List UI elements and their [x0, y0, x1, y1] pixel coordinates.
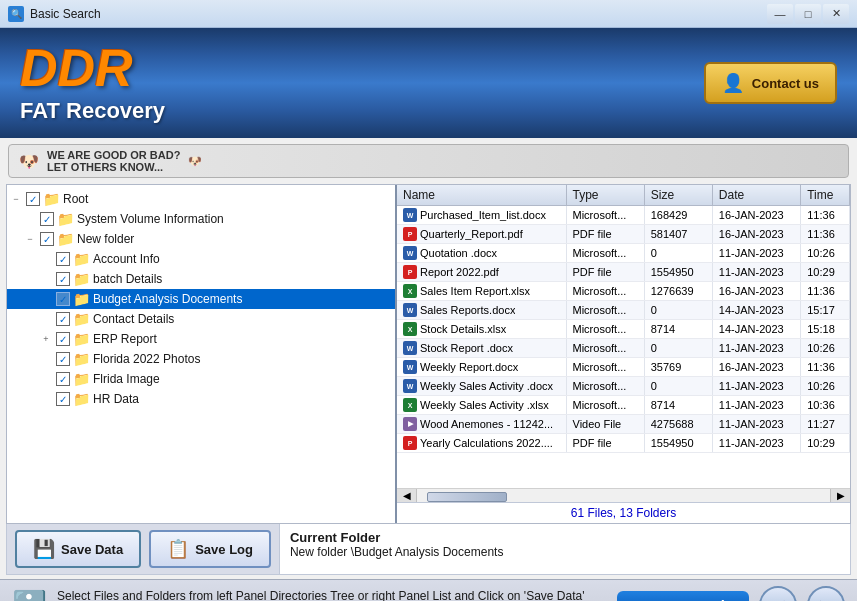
expand-florida2022[interactable] [39, 352, 53, 366]
checkbox-contactdetails[interactable] [56, 312, 70, 326]
tree-item-batchdetails[interactable]: 📁 batch Details [7, 269, 395, 289]
file-name: Stock Details.xlsx [420, 323, 506, 335]
table-row[interactable]: W Quotation .docx Microsoft...011-JAN-20… [397, 244, 850, 263]
expand-floridaimage[interactable] [39, 372, 53, 386]
tree-panel[interactable]: − 📁 Root 📁 System Volume Information − 📁… [7, 185, 397, 523]
tree-item-hrdata[interactable]: 📁 HR Data [7, 389, 395, 409]
tree-item-accountinfo[interactable]: 📁 Account Info [7, 249, 395, 269]
file-size: 8714 [644, 320, 712, 339]
expand-sysvolinfo[interactable] [23, 212, 37, 226]
file-size: 0 [644, 301, 712, 320]
col-type[interactable]: Type [566, 185, 644, 206]
tree-item-erpreport[interactable]: + 📁 ERP Report [7, 329, 395, 349]
col-name[interactable]: Name [397, 185, 566, 206]
current-folder-panel: Current Folder New folder \Budget Analys… [280, 524, 850, 574]
col-size[interactable]: Size [644, 185, 712, 206]
files-count-bar: 61 Files, 13 Folders [397, 502, 850, 523]
contact-button[interactable]: 👤 Contact us [704, 62, 837, 104]
tree-item-floridaimage[interactable]: 📁 Flrida Image [7, 369, 395, 389]
file-name: Quotation .docx [420, 247, 497, 259]
table-row[interactable]: W Purchased_Item_list.docx Microsoft...1… [397, 206, 850, 225]
save-data-button[interactable]: 💾 Save Data [15, 530, 141, 568]
checkbox-florida2022[interactable] [56, 352, 70, 366]
tree-item-root[interactable]: − 📁 Root [7, 189, 395, 209]
label-sysvolinfo: System Volume Information [77, 212, 224, 226]
table-row[interactable]: P Report 2022.pdf PDF file155495011-JAN-… [397, 263, 850, 282]
review-banner[interactable]: 🐶 WE ARE GOOD OR BAD? LET OTHERS KNOW...… [8, 144, 849, 178]
hscroll-thumb[interactable] [427, 492, 507, 502]
toolbar-buttons: 💾 Save Data 📋 Save Log [7, 524, 280, 574]
checkbox-budgetanalysis[interactable] [56, 292, 70, 306]
file-type-icon: W [403, 303, 417, 317]
expand-newfolder[interactable]: − [23, 232, 37, 246]
table-row[interactable]: W Stock Report .docx Microsoft...011-JAN… [397, 339, 850, 358]
tree-item-contactdetails[interactable]: 📁 Contact Details [7, 309, 395, 329]
checkbox-accountinfo[interactable] [56, 252, 70, 266]
file-size: 1276639 [644, 282, 712, 301]
checkbox-floridaimage[interactable] [56, 372, 70, 386]
file-type-icon: W [403, 360, 417, 374]
expand-hrdata[interactable] [39, 392, 53, 406]
table-row[interactable]: X Sales Item Report.xlsx Microsoft...127… [397, 282, 850, 301]
table-row[interactable]: P Yearly Calculations 2022.... PDF file1… [397, 434, 850, 453]
label-contactdetails: Contact Details [93, 312, 174, 326]
hscroll-bar[interactable]: ◀ ▶ [397, 488, 850, 502]
checkbox-newfolder[interactable] [40, 232, 54, 246]
contact-label: Contact us [752, 76, 819, 91]
recover-badge: Recover.co.in [617, 591, 749, 602]
expand-root[interactable]: − [9, 192, 23, 206]
close-button[interactable]: ✕ [823, 4, 849, 24]
hscroll-right-btn[interactable]: ▶ [830, 489, 850, 503]
file-type: Microsoft... [566, 320, 644, 339]
label-erpreport: ERP Report [93, 332, 157, 346]
col-date[interactable]: Date [712, 185, 800, 206]
title-bar-controls: — □ ✕ [767, 4, 849, 24]
tree-item-florida2022[interactable]: 📁 Florida 2022 Photos [7, 349, 395, 369]
folder-icon-florida2022: 📁 [73, 351, 90, 367]
checkbox-root[interactable] [26, 192, 40, 206]
file-type: Microsoft... [566, 358, 644, 377]
expand-batchdetails[interactable] [39, 272, 53, 286]
file-type-icon: W [403, 379, 417, 393]
checkbox-sysvolinfo[interactable] [40, 212, 54, 226]
minimize-button[interactable]: — [767, 4, 793, 24]
hscroll-left-btn[interactable]: ◀ [397, 489, 417, 503]
checkbox-hrdata[interactable] [56, 392, 70, 406]
folder-icon-contactdetails: 📁 [73, 311, 90, 327]
file-time: 10:36 [801, 396, 850, 415]
maximize-button[interactable]: □ [795, 4, 821, 24]
tree-item-newfolder[interactable]: − 📁 New folder [7, 229, 395, 249]
tree-item-budgetanalysis[interactable]: 📁 Budget Analysis Docements [7, 289, 395, 309]
nav-forward-button[interactable]: ▶ [807, 586, 845, 601]
table-row[interactable]: P Quarterly_Report.pdf PDF file58140716-… [397, 225, 850, 244]
file-size: 1554950 [644, 434, 712, 453]
table-row[interactable]: X Weekly Sales Activity .xlsx Microsoft.… [397, 396, 850, 415]
table-row[interactable]: W Sales Reports.docx Microsoft...014-JAN… [397, 301, 850, 320]
file-name: Sales Item Report.xlsx [420, 285, 530, 297]
file-name-cell: W Stock Report .docx [397, 339, 566, 358]
table-row[interactable]: X Stock Details.xlsx Microsoft...871414-… [397, 320, 850, 339]
table-row[interactable]: ▶ Wood Anemones - 11242... Video File427… [397, 415, 850, 434]
file-name-cell: X Sales Item Report.xlsx [397, 282, 566, 301]
nav-back-button[interactable]: ◀ [759, 586, 797, 601]
col-time[interactable]: Time [801, 185, 850, 206]
expand-contactdetails[interactable] [39, 312, 53, 326]
table-row[interactable]: W Weekly Report.docx Microsoft...3576916… [397, 358, 850, 377]
expand-accountinfo[interactable] [39, 252, 53, 266]
table-row[interactable]: W Weekly Sales Activity .docx Microsoft.… [397, 377, 850, 396]
checkbox-erpreport[interactable] [56, 332, 70, 346]
file-time: 15:18 [801, 320, 850, 339]
checkbox-batchdetails[interactable] [56, 272, 70, 286]
file-scroll-container[interactable]: Name Type Size Date Time W Purchased_Ite… [397, 185, 850, 488]
folder-icon-batchdetails: 📁 [73, 271, 90, 287]
expand-erpreport[interactable]: + [39, 332, 53, 346]
expand-budgetanalysis[interactable] [39, 292, 53, 306]
file-name: Purchased_Item_list.docx [420, 209, 546, 221]
file-name: Weekly Sales Activity .docx [420, 380, 553, 392]
label-hrdata: HR Data [93, 392, 139, 406]
tree-item-sysvolinfo[interactable]: 📁 System Volume Information [7, 209, 395, 229]
current-folder-path: New folder \Budget Analysis Docements [290, 545, 840, 559]
file-time: 11:36 [801, 282, 850, 301]
file-name: Weekly Report.docx [420, 361, 518, 373]
save-log-button[interactable]: 📋 Save Log [149, 530, 271, 568]
